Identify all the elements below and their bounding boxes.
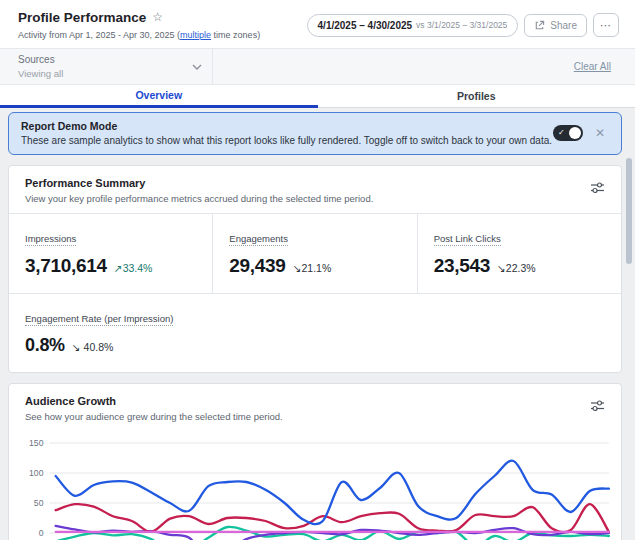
more-options-button[interactable]: ⋯ [593,13,619,37]
metrics-row-1: Impressions 3,710,614 ↗33.4% Engagements… [9,213,621,293]
activity-suffix: time zones) [211,30,260,40]
metric-label[interactable]: Impressions [25,233,76,246]
chevron-down-icon [192,64,202,70]
favorite-star-icon[interactable]: ☆ [152,11,163,23]
report-tabs: Overview Profiles [0,85,635,108]
date-range-value: 4/1/2025 – 4/30/2025 [318,20,413,31]
audience-growth-title: Audience Growth [25,395,283,407]
metric-engagement-rate: Engagement Rate (per Impression) 0.8% ↘ … [9,294,621,372]
metric-label[interactable]: Post Link Clicks [434,233,501,246]
sources-label: Sources [18,54,63,65]
banner-close-icon[interactable]: ✕ [595,126,605,140]
svg-text:150: 150 [29,438,44,448]
audience-growth-subtitle: See how your audience grew during the se… [25,411,283,422]
metric-value: 29,439 [229,255,285,277]
vertical-scrollbar[interactable] [626,158,632,264]
toggle-knob [569,127,581,139]
activity-prefix: Activity from Apr 1, 2025 - Apr 30, 2025… [18,30,180,40]
widget-settings-sliders-icon[interactable] [590,399,605,412]
audience-growth-chart-area: 150100500-50 [9,431,621,540]
red-line [56,504,609,532]
report-content: Report Demo Mode These are sample analyt… [0,108,635,540]
svg-text:0: 0 [39,528,44,538]
metric-engagements: Engagements 29,439 ↘21.1% [213,214,417,293]
delta-percent: 22.3% [506,262,536,274]
audience-growth-chart[interactable]: 150100500-50 [15,433,615,540]
tab-profiles[interactable]: Profiles [318,85,635,108]
metric-delta: ↘21.1% [293,262,332,274]
share-button[interactable]: Share [524,14,587,37]
delta-percent: 21.1% [301,262,331,274]
sources-value: Viewing all [18,68,63,79]
metrics-row-2: Engagement Rate (per Impression) 0.8% ↘ … [9,293,621,372]
clear-all-link[interactable]: Clear All [574,61,611,72]
page-title: Profile Performance [18,10,146,25]
metric-impressions: Impressions 3,710,614 ↗33.4% [9,214,213,293]
share-label: Share [550,20,577,31]
svg-text:50: 50 [34,498,44,508]
tab-overview[interactable]: Overview [0,85,318,108]
performance-summary-title: Performance Summary [25,177,373,189]
filter-spacer [213,49,574,84]
sources-dropdown[interactable]: Sources Viewing all [0,49,213,84]
performance-summary-card: Performance Summary View your key profil… [8,165,622,373]
metric-label[interactable]: Engagement Rate (per Impression) [25,313,173,326]
filter-bar: Sources Viewing all Clear All [0,48,635,85]
delta-arrow-icon: ↘ [497,262,506,274]
metric-post-link-clicks: Post Link Clicks 23,543 ↘22.3% [418,214,621,293]
metric-delta: ↘22.3% [497,262,536,274]
demo-mode-toggle[interactable]: ✓ [553,125,583,141]
multiple-timezones-link[interactable]: multiple [180,30,211,40]
delta-percent: 40.8% [84,341,114,353]
share-icon [534,20,545,31]
banner-message: These are sample analytics to show what … [21,135,552,146]
date-compare-value: vs 3/1/2025 – 3/31/2025 [416,20,507,30]
delta-arrow-icon: ↗ [114,262,123,274]
audience-growth-card: Audience Growth See how your audience gr… [8,383,622,540]
metric-value: 23,543 [434,255,490,277]
toggle-check-icon: ✓ [558,128,565,137]
performance-summary-subtitle: View your key profile performance metric… [25,193,373,204]
metric-delta: ↗33.4% [114,262,153,274]
metric-value: 0.8% [25,335,65,356]
metric-value: 3,710,614 [25,255,107,277]
blue-line [56,461,609,524]
report-demo-mode-banner: Report Demo Mode These are sample analyt… [8,112,622,155]
delta-arrow-icon: ↘ [72,341,81,353]
date-range-button[interactable]: 4/1/2025 – 4/30/2025 vs 3/1/2025 – 3/31/… [307,14,519,37]
report-header: Profile Performance ☆ Activity from Apr … [0,0,635,48]
ellipsis-icon: ⋯ [600,19,612,32]
banner-title: Report Demo Mode [21,120,552,132]
widget-settings-sliders-icon[interactable] [590,181,605,194]
metric-delta: ↘ 40.8% [72,341,114,353]
delta-percent: 33.4% [123,262,153,274]
metric-label[interactable]: Engagements [229,233,288,246]
profile-performance-page: Profile Performance ☆ Activity from Apr … [0,0,635,540]
activity-range-text: Activity from Apr 1, 2025 - Apr 30, 2025… [18,30,260,40]
svg-text:100: 100 [29,468,44,478]
